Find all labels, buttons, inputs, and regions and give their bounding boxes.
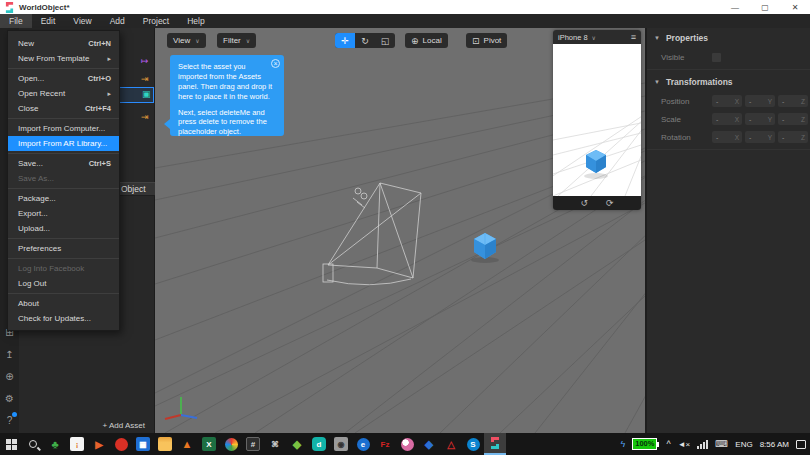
pivot-toggle-button[interactable]: ⊡Pivot [466,33,507,48]
power-plug-icon[interactable]: ϟ [621,439,626,449]
maximize-button[interactable]: ▢ [750,0,780,14]
rotate-device-icon[interactable]: ⟳ [606,199,614,208]
taskbar-app-filezilla[interactable]: Fz [374,433,396,455]
scale-y-field[interactable]: -Y [745,113,775,125]
filter-dropdown[interactable]: Filter∨ [217,33,256,48]
menu-view[interactable]: View [64,14,100,28]
menu-item-new-from-template[interactable]: New From Template [8,51,119,66]
menu-item-open[interactable]: Open...Ctrl+O [8,71,119,86]
axis-gizmo [161,393,201,421]
close-icon[interactable]: × [271,59,280,68]
taskbar-app-spark-ar[interactable] [484,433,506,455]
add-asset-button[interactable]: + Add Asset [19,418,155,433]
menu-file[interactable]: File [0,14,32,28]
insert-after-icon[interactable]: ⇥ [141,75,149,84]
help-icon[interactable]: ? [0,409,19,431]
menu-item-close[interactable]: CloseCtrl+F4 [8,101,119,116]
viewport-canvas[interactable]: View∨ Filter∨ ✛ ↻ ◱ ⊕Local ⊡Pivot [155,28,645,433]
taskbar-app-file-explorer[interactable] [154,433,176,455]
menu-help[interactable]: Help [178,14,213,28]
view-dropdown[interactable]: View∨ [167,33,206,48]
menu-item-open-recent[interactable]: Open Recent [8,86,119,101]
clock[interactable]: 8:56 AM [760,440,789,449]
device-dropdown[interactable]: iPhone 8 [558,33,588,42]
taskbar-app-vlc[interactable]: ▲ [176,433,198,455]
menu-item-export[interactable]: Export... [8,206,119,221]
object-cube-icon[interactable]: ▣ [142,90,151,99]
minimize-button[interactable]: — [720,0,750,14]
taskbar-app-paw[interactable]: ⌘ [264,433,286,455]
menubar: File Edit View Add Project Help [0,14,810,28]
new-folder-icon[interactable]: ⊕ [0,365,19,387]
hamburger-menu-icon[interactable]: ≡ [631,32,636,42]
taskbar-app-excel[interactable]: X [198,433,220,455]
tray-expand-chevron-icon[interactable]: ^ [666,439,670,449]
taskbar-app-red-circle[interactable] [110,433,132,455]
menu-item-import-from-ar-library[interactable]: Import From AR Library... [8,136,119,151]
taskbar-app-teal-d[interactable]: d [308,433,330,455]
position-x-field[interactable]: -X [712,95,742,107]
menu-item-save[interactable]: Save...Ctrl+S [8,156,119,171]
rotation-y-field[interactable]: -Y [745,131,775,143]
taskbar-app-tree[interactable]: ♣ [44,433,66,455]
properties-panel: ▼ Properties Visible ▼ Transformations P… [645,28,810,433]
menu-edit[interactable]: Edit [32,14,65,28]
taskbar-app-blue-tiles[interactable]: ▦ [132,433,154,455]
menu-item-about[interactable]: About [8,296,119,311]
menu-item-log-out[interactable]: Log Out [8,276,119,291]
network-icon[interactable] [697,440,708,449]
simulator-screen[interactable] [553,44,641,196]
scale-x-field[interactable]: -X [712,113,742,125]
action-center-icon[interactable] [796,440,806,449]
windows-taskbar: ♣ ¡ ▶ ▦ ▲ X # ⌘ ◆ d ◉ e Fz ◆ △ S [0,433,810,455]
search-icon[interactable] [22,433,44,455]
menu-item-check-for-updates[interactable]: Check for Updates... [8,311,119,326]
taskbar-app-person[interactable]: ¡ [66,433,88,455]
settings-icon[interactable]: ⚙ [0,387,19,409]
close-button[interactable]: ✕ [780,0,810,14]
menu-add[interactable]: Add [101,14,134,28]
insert-after-icon[interactable]: ⇥ [141,113,149,122]
position-z-field[interactable]: -Z [778,95,808,107]
position-y-field[interactable]: -Y [745,95,775,107]
rotate-icon[interactable]: ↻ [355,33,375,48]
insert-before-icon[interactable]: ↦ [141,57,149,66]
speaker-muted-icon[interactable]: ◄× [678,440,691,449]
menu-item-upload[interactable]: Upload... [8,221,119,236]
taskbar-app-diamond[interactable]: ◆ [286,433,308,455]
menu-item-new[interactable]: NewCtrl+N [8,36,119,51]
properties-section-header[interactable]: ▼ Properties [647,28,810,48]
taskbar-app-arrow[interactable]: ▶ [88,433,110,455]
battery-indicator[interactable]: 100% [632,438,659,450]
visible-checkbox[interactable] [712,53,721,62]
taskbar-app-blue-diamond[interactable]: ◆ [418,433,440,455]
local-toggle-button[interactable]: ⊕Local [405,33,448,48]
spark-ar-logo-icon [5,2,14,13]
rotation-x-field[interactable]: -X [712,131,742,143]
restart-icon[interactable]: ↺ [580,199,588,208]
visible-label: Visible [661,53,712,62]
taskbar-app-calculator[interactable]: # [242,433,264,455]
move-icon[interactable]: ✛ [335,33,355,48]
menu-separator [8,68,119,69]
rotation-z-field[interactable]: -Z [778,131,808,143]
taskbar-app-photos[interactable] [220,433,242,455]
language-indicator[interactable]: ENG [735,440,752,449]
simulator-grid [553,44,641,196]
taskbar-app-skype[interactable]: S [462,433,484,455]
taskbar-app-blue-circle[interactable]: e [352,433,374,455]
menu-item-package[interactable]: Package... [8,191,119,206]
share-icon[interactable]: ↥ [0,343,19,365]
taskbar-app-camera[interactable]: ◉ [330,433,352,455]
transformations-section-header[interactable]: ▼ Transformations [647,72,810,92]
scale-icon[interactable]: ◱ [375,33,395,48]
menu-project[interactable]: Project [134,14,178,28]
menu-separator [8,293,119,294]
keyboard-icon[interactable]: ⌨ [715,439,728,449]
taskbar-app-red-triangle[interactable]: △ [440,433,462,455]
taskbar-app-paint[interactable] [396,433,418,455]
start-button[interactable] [0,433,22,455]
menu-item-import-from-computer[interactable]: Import From Computer... [8,121,119,136]
scale-z-field[interactable]: -Z [778,113,808,125]
menu-item-preferences[interactable]: Preferences [8,241,119,256]
